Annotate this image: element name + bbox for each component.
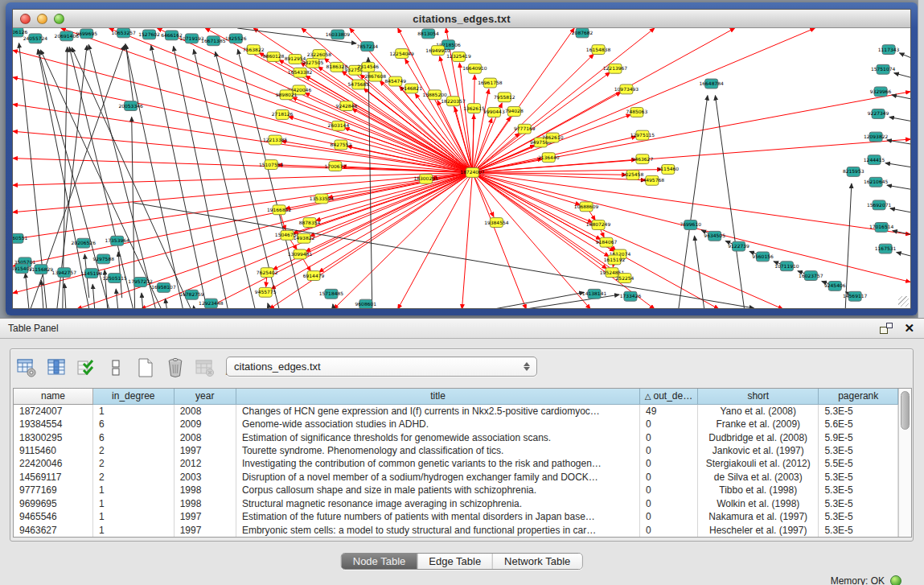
graph-node[interactable]: 15751074 xyxy=(871,64,896,74)
graph-node[interactable]: 1700677 xyxy=(325,162,347,171)
graph-node[interactable]: 13099481 xyxy=(288,249,313,259)
graph-node[interactable]: 1825526 xyxy=(225,34,247,43)
minimize-button[interactable] xyxy=(37,14,47,24)
graph-node[interactable]: 12975115 xyxy=(630,130,655,140)
graph-node[interactable]: 794028 xyxy=(505,107,524,117)
table-row[interactable]: 1872400712008Changes of HCN gene express… xyxy=(14,404,898,418)
graph-node[interactable]: 16958107 xyxy=(151,282,176,292)
table-row[interactable]: 911546021997Tourette syndrome. Phenomeno… xyxy=(14,444,898,457)
close-button[interactable] xyxy=(20,14,31,24)
graph-node[interactable]: 17353964 xyxy=(105,236,129,245)
vertical-scrollbar[interactable] xyxy=(898,389,911,537)
graph-node[interactable]: 12923448 xyxy=(199,299,224,308)
graph-node[interactable]: 9699695 xyxy=(76,29,97,39)
graph-node[interactable]: 16782759 xyxy=(179,290,204,299)
table-mode-icon[interactable] xyxy=(15,356,38,379)
graph-node[interactable]: 1362615 xyxy=(463,104,485,113)
graph-node[interactable]: 2136440 xyxy=(538,153,560,163)
graph-node[interactable]: 18807249 xyxy=(586,220,611,230)
resize-grip[interactable] xyxy=(898,296,909,307)
network-window-titlebar[interactable]: citations_edges.txt xyxy=(13,10,910,28)
graph-node[interactable]: 1733426 xyxy=(620,291,642,301)
graph-node[interactable]: 9634505 xyxy=(704,231,725,241)
graph-node[interactable]: 9455775 xyxy=(255,287,277,297)
graph-node[interactable]: 6914479 xyxy=(303,271,325,281)
network-window[interactable]: citations_edges.txt 15061262405572420691… xyxy=(6,2,918,315)
graph-node[interactable]: 19166852 xyxy=(267,205,292,215)
graph-node[interactable]: 13533594 xyxy=(310,194,335,204)
column-header-short[interactable]: short xyxy=(698,389,819,404)
table-select-dropdown[interactable]: citations_edges.txt xyxy=(226,356,537,377)
tab-edge-table[interactable]: Edge Table xyxy=(417,554,493,569)
graph-node[interactable]: 9463627 xyxy=(632,154,654,164)
tab-network-table[interactable]: Network Table xyxy=(493,554,581,569)
graph-node[interactable]: 8427552 xyxy=(331,140,352,150)
graph-node[interactable]: 16671385 xyxy=(201,36,226,46)
graph-node[interactable]: 7485063 xyxy=(626,108,648,117)
graph-node[interactable]: 8215953 xyxy=(843,167,864,177)
table-row[interactable]: 1938455462009Genome-wide association stu… xyxy=(14,418,898,431)
select-columns-icon[interactable] xyxy=(75,356,97,379)
column-header-title[interactable]: title xyxy=(236,389,639,404)
graph-node[interactable]: 12254049 xyxy=(389,49,414,59)
graph-node[interactable]: 12213967 xyxy=(603,64,628,73)
graph-node[interactable]: 1493822 xyxy=(294,233,315,243)
graph-node[interactable]: 12213385 xyxy=(263,135,288,145)
graph-node[interactable]: 9327505 xyxy=(302,58,324,68)
scrollbar-thumb[interactable] xyxy=(901,391,910,430)
graph-node[interactable]: 23226058 xyxy=(307,50,332,60)
table-row[interactable]: 1830029562008Estimation of significance … xyxy=(14,431,898,443)
graph-node[interactable]: 13942757 xyxy=(52,268,77,278)
graph-node[interactable]: 12505115 xyxy=(102,274,127,283)
column-header-pagerank[interactable]: pagerank xyxy=(819,389,898,404)
graph-node[interactable]: 14495768 xyxy=(640,175,665,185)
graph-node[interactable]: 9608601 xyxy=(355,299,377,308)
column-header-out_de[interactable]: △out_de… xyxy=(640,389,698,404)
float-panel-icon[interactable] xyxy=(880,323,893,334)
graph-node[interactable]: 16640910 xyxy=(462,64,487,73)
graph-node[interactable]: 9329966 xyxy=(870,87,892,97)
graph-node[interactable]: 12093822 xyxy=(864,132,889,142)
graph-node[interactable]: 252254 xyxy=(616,274,634,283)
graph-node[interactable]: 24055724 xyxy=(23,34,48,43)
graph-node[interactable]: 1145194 xyxy=(80,269,102,278)
graph-node[interactable]: 10711910 xyxy=(774,262,799,271)
rows-icon[interactable] xyxy=(105,356,127,379)
tab-node-table[interactable]: Node Table xyxy=(342,554,418,569)
graph-node[interactable]: 2718126 xyxy=(272,110,294,120)
graph-node[interactable]: 15692071 xyxy=(867,200,892,210)
graph-node[interactable]: 9227349 xyxy=(868,109,889,119)
graph-node[interactable]: 2867608 xyxy=(364,72,386,81)
delete-column-icon[interactable] xyxy=(164,356,187,379)
graph-node[interactable]: 16648784 xyxy=(699,79,724,89)
graph-node[interactable]: 17016514 xyxy=(869,223,894,233)
graph-node[interactable]: 7955812 xyxy=(494,93,515,102)
table-row[interactable]: 977716911998Corpus callosum shape and si… xyxy=(14,484,898,496)
create-column-icon[interactable] xyxy=(134,356,157,379)
column-header-year[interactable]: year xyxy=(174,389,236,404)
table-row[interactable]: 946554611997Estimation of the future num… xyxy=(14,510,898,523)
table-row[interactable]: 1456911722003Disruption of a novel membe… xyxy=(14,471,898,484)
graph-node[interactable]: 1244415 xyxy=(864,155,885,165)
graph-node[interactable]: 16210645 xyxy=(864,177,889,187)
graph-node[interactable]: 7857234 xyxy=(357,42,379,51)
graph-node[interactable]: 9777169 xyxy=(514,124,536,134)
graph-node[interactable]: 18220357 xyxy=(441,97,466,106)
graph-node[interactable]: 19384554 xyxy=(484,218,509,228)
graph-node[interactable]: 9560156 xyxy=(752,252,774,262)
graph-node[interactable]: 7563822 xyxy=(243,45,265,55)
graph-node[interactable]: 5475685 xyxy=(348,80,370,89)
graph-node[interactable]: 1527602 xyxy=(138,30,160,39)
graph-node[interactable]: 16543382 xyxy=(288,68,313,77)
column-header-name[interactable]: name xyxy=(14,389,93,404)
graph-node[interactable]: 16023757 xyxy=(799,271,823,281)
graph-node[interactable]: 16154838 xyxy=(586,45,611,55)
graph-node[interactable]: 7625402 xyxy=(257,268,278,278)
graph-node[interactable]: 11156829 xyxy=(29,265,54,274)
table-row[interactable]: 969969511998Structural magnetic resonanc… xyxy=(14,497,898,510)
graph-node[interactable]: 7699610 xyxy=(680,220,701,230)
memory-status-indicator[interactable] xyxy=(890,575,901,585)
graph-node[interactable]: 1117343 xyxy=(878,45,900,55)
graph-node[interactable]: 9245406 xyxy=(824,281,846,290)
graph-node[interactable]: 1167531 xyxy=(875,244,897,253)
